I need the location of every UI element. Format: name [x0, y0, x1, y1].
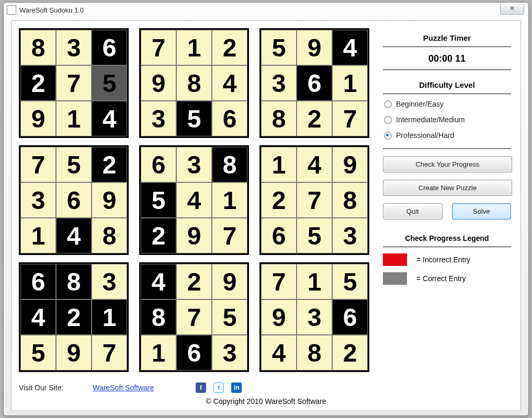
- sudoku-cell[interactable]: 8: [176, 65, 212, 101]
- sudoku-cell[interactable]: 8: [141, 299, 176, 335]
- sudoku-cell[interactable]: 4: [212, 65, 247, 101]
- sudoku-cell[interactable]: 7: [20, 147, 56, 182]
- sudoku-cell[interactable]: 5: [176, 101, 212, 136]
- difficulty-option[interactable]: Beginner/Easy: [383, 96, 511, 112]
- check-progress-button[interactable]: Check Your Progress: [383, 156, 512, 172]
- sudoku-cell[interactable]: 7: [297, 182, 332, 218]
- sudoku-cell[interactable]: 1: [297, 264, 332, 299]
- radio-icon[interactable]: [384, 116, 392, 124]
- sudoku-cell[interactable]: 9: [332, 147, 368, 182]
- sudoku-cell[interactable]: 3: [261, 65, 297, 101]
- sudoku-cell[interactable]: 8: [92, 218, 127, 253]
- sudoku-cell[interactable]: 9: [92, 182, 127, 218]
- sudoku-cell[interactable]: 6: [176, 335, 212, 370]
- sudoku-cell[interactable]: 4: [92, 101, 127, 136]
- sudoku-cell[interactable]: 1: [56, 101, 92, 136]
- solve-button[interactable]: Solve: [452, 203, 512, 219]
- sudoku-cell[interactable]: 1: [212, 182, 247, 218]
- legend-incorrect-label: = Incorrect Entry: [416, 256, 470, 264]
- sudoku-cell[interactable]: 3: [332, 218, 368, 253]
- sudoku-cell[interactable]: 5: [297, 218, 332, 253]
- sudoku-cell[interactable]: 3: [92, 264, 127, 299]
- sudoku-cell[interactable]: 4: [20, 299, 56, 335]
- sudoku-cell[interactable]: 3: [20, 182, 56, 218]
- sudoku-cell[interactable]: 9: [176, 218, 212, 253]
- sudoku-cell[interactable]: 8: [297, 335, 332, 370]
- sudoku-cell[interactable]: 9: [212, 264, 247, 299]
- sudoku-cell[interactable]: 7: [212, 218, 247, 253]
- sudoku-cell[interactable]: 8: [332, 182, 368, 218]
- sudoku-cell[interactable]: 2: [141, 218, 176, 253]
- sudoku-cell[interactable]: 3: [141, 101, 176, 136]
- waresoft-link[interactable]: WareSoft Software: [93, 384, 154, 392]
- sudoku-cell[interactable]: 9: [20, 101, 56, 136]
- sudoku-cell[interactable]: 6: [212, 101, 247, 136]
- sudoku-cell[interactable]: 4: [176, 182, 212, 218]
- sudoku-cell[interactable]: 8: [56, 264, 92, 299]
- sudoku-cell[interactable]: 6: [141, 147, 176, 182]
- sudoku-cell[interactable]: 1: [176, 30, 212, 65]
- sudoku-cell[interactable]: 5: [56, 147, 92, 182]
- sudoku-cell[interactable]: 8: [212, 147, 247, 182]
- sudoku-cell[interactable]: 2: [212, 30, 247, 65]
- sudoku-cell[interactable]: 3: [212, 335, 247, 370]
- sudoku-cell[interactable]: 7: [332, 101, 368, 136]
- sudoku-cell[interactable]: 4: [56, 218, 92, 253]
- sudoku-cell[interactable]: 6: [332, 299, 368, 335]
- sudoku-cell[interactable]: 9: [56, 335, 92, 370]
- sudoku-cell[interactable]: 4: [261, 335, 297, 370]
- linkedin-icon[interactable]: in: [231, 382, 242, 393]
- sudoku-cell[interactable]: 3: [176, 147, 212, 182]
- window-close-button[interactable]: ✕: [500, 4, 524, 15]
- sudoku-cell[interactable]: 2: [332, 335, 368, 370]
- sudoku-cell[interactable]: 5: [332, 264, 368, 299]
- sudoku-cell[interactable]: 9: [261, 299, 297, 335]
- sudoku-cell[interactable]: 7: [92, 335, 127, 370]
- sudoku-cell[interactable]: 1: [332, 65, 368, 101]
- sudoku-cell[interactable]: 9: [297, 30, 332, 65]
- sudoku-cell[interactable]: 4: [332, 30, 368, 65]
- sudoku-cell[interactable]: 1: [92, 299, 127, 335]
- create-new-puzzle-button[interactable]: Create New Puzzle: [383, 180, 512, 196]
- sudoku-cell[interactable]: 6: [297, 65, 332, 101]
- sudoku-cell[interactable]: 7: [56, 65, 92, 101]
- sudoku-cell[interactable]: 3: [297, 299, 332, 335]
- sudoku-cell[interactable]: 5: [92, 65, 127, 101]
- sudoku-cell[interactable]: 6: [92, 30, 127, 65]
- sudoku-cell[interactable]: 1: [261, 147, 297, 182]
- sudoku-cell[interactable]: 5: [261, 30, 297, 65]
- sudoku-box: 712984356: [139, 28, 249, 138]
- sudoku-cell[interactable]: 2: [56, 299, 92, 335]
- difficulty-option[interactable]: Intermediate/Medium: [383, 112, 511, 127]
- sudoku-cell[interactable]: 3: [56, 30, 92, 65]
- sudoku-cell[interactable]: 8: [261, 101, 297, 136]
- client-area: 8362759147129843565943618277523691486385…: [11, 20, 521, 411]
- sudoku-cell[interactable]: 5: [141, 182, 176, 218]
- quit-button[interactable]: Quit: [383, 203, 443, 219]
- sudoku-cell[interactable]: 9: [141, 65, 176, 101]
- sudoku-cell[interactable]: 4: [141, 264, 176, 299]
- sudoku-cell[interactable]: 2: [176, 264, 212, 299]
- sudoku-cell[interactable]: 5: [20, 335, 56, 370]
- twitter-icon[interactable]: t: [213, 382, 224, 393]
- sudoku-cell[interactable]: 7: [261, 264, 297, 299]
- sudoku-cell[interactable]: 1: [20, 218, 56, 253]
- radio-icon[interactable]: [384, 100, 392, 108]
- sudoku-cell[interactable]: 6: [20, 264, 56, 299]
- sudoku-cell[interactable]: 7: [141, 30, 176, 65]
- sudoku-cell[interactable]: 2: [92, 147, 127, 182]
- sudoku-cell[interactable]: 1: [141, 335, 176, 370]
- sudoku-board: 8362759147129843565943618277523691486385…: [19, 28, 369, 379]
- sudoku-cell[interactable]: 4: [297, 147, 332, 182]
- sudoku-cell[interactable]: 6: [261, 218, 297, 253]
- sudoku-cell[interactable]: 2: [297, 101, 332, 136]
- radio-icon[interactable]: [384, 132, 392, 140]
- sudoku-cell[interactable]: 2: [261, 182, 297, 218]
- sudoku-cell[interactable]: 6: [56, 182, 92, 218]
- sudoku-cell[interactable]: 7: [176, 299, 212, 335]
- difficulty-option[interactable]: Professional/Hard: [383, 127, 511, 143]
- facebook-icon[interactable]: f: [196, 382, 206, 393]
- sudoku-cell[interactable]: 2: [20, 65, 56, 101]
- sudoku-cell[interactable]: 5: [212, 299, 247, 335]
- sudoku-cell[interactable]: 8: [20, 30, 56, 65]
